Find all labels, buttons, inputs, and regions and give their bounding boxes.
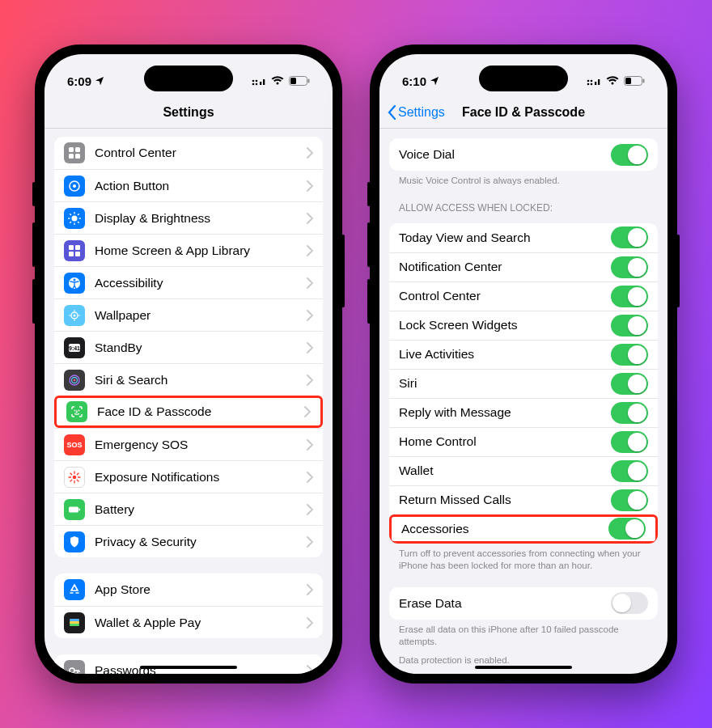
chevron-right-icon <box>307 342 313 353</box>
settings-list[interactable]: Control CenterAction ButtonDisplay & Bri… <box>44 129 333 674</box>
svg-point-61 <box>587 80 590 83</box>
settings-row-privacy-security[interactable]: Privacy & Security <box>54 525 323 557</box>
toggle-switch[interactable] <box>611 489 648 511</box>
svg-rect-24 <box>69 245 74 250</box>
toggle-label: Return Missed Calls <box>399 493 611 507</box>
toggle-label: Accessories <box>401 522 608 536</box>
chevron-right-icon <box>307 213 313 224</box>
settings-row-battery[interactable]: Battery <box>54 493 323 525</box>
row-label: Control Center <box>95 146 303 160</box>
voice-dial-toggle[interactable] <box>611 144 648 166</box>
svg-rect-56 <box>70 624 79 626</box>
accessories-note: Turn off to prevent accessories from con… <box>379 544 668 574</box>
toggle-switch[interactable] <box>611 344 648 366</box>
toggle-row-home-control: Home Control <box>389 427 658 456</box>
settings-row-action-button[interactable]: Action Button <box>54 169 323 201</box>
settings-row-face-id-passcode[interactable]: Face ID & Passcode <box>54 396 323 428</box>
toggle-switch[interactable] <box>611 402 648 424</box>
sos-icon: SOS <box>64 434 85 455</box>
voice-dial-note: Music Voice Control is always enabled. <box>379 171 668 189</box>
settings-row-standby[interactable]: 9:41StandBy <box>54 331 323 363</box>
svg-line-48 <box>70 473 72 475</box>
phone-right: 6:10 Settings Face ID & Passcode Voice D… <box>370 44 677 684</box>
page-title: Settings <box>163 105 214 120</box>
row-label: Battery <box>95 502 303 517</box>
svg-point-40 <box>74 379 76 381</box>
svg-rect-25 <box>75 245 80 250</box>
allow-access-group: Today View and SearchNotification Center… <box>389 223 658 544</box>
voice-dial-row: Voice Dial <box>389 138 658 171</box>
svg-rect-9 <box>69 147 74 152</box>
row-label: Wallpaper <box>95 308 303 323</box>
row-label: App Store <box>95 582 303 597</box>
settings-row-app-store[interactable]: App Store <box>54 574 323 606</box>
status-time: 6:09 <box>67 74 91 88</box>
svg-line-20 <box>70 214 71 215</box>
chevron-right-icon <box>307 245 313 256</box>
toggle-switch[interactable] <box>611 226 648 248</box>
cellular-icon <box>252 76 266 86</box>
chevron-right-icon <box>307 665 313 674</box>
svg-rect-67 <box>643 79 645 83</box>
back-button[interactable]: Settings <box>388 105 445 120</box>
control-center-icon <box>64 142 85 163</box>
toggle-switch[interactable] <box>611 286 648 307</box>
settings-row-home-screen-app-library[interactable]: Home Screen & App Library <box>54 234 323 266</box>
settings-row-accessibility[interactable]: Accessibility <box>54 266 323 298</box>
toggle-switch[interactable] <box>611 431 648 453</box>
settings-row-display-brightness[interactable]: Display & Brightness <box>54 201 323 234</box>
settings-row-passwords[interactable]: Passwords <box>54 654 323 674</box>
svg-point-31 <box>74 314 76 316</box>
chevron-right-icon <box>307 617 313 629</box>
settings-row-exposure-notifications[interactable]: Exposure Notifications <box>54 460 323 493</box>
toggle-switch[interactable] <box>611 256 648 278</box>
toggle-row-lock-screen-widgets: Lock Screen Widgets <box>389 311 658 340</box>
toggle-label: Wallet <box>399 463 611 478</box>
row-label: Accessibility <box>95 276 303 290</box>
toggle-row-notification-center: Notification Center <box>389 252 658 281</box>
action-button-icon <box>64 176 85 197</box>
toggle-switch[interactable] <box>611 315 648 336</box>
toggle-label: Siri <box>399 376 611 391</box>
svg-point-1 <box>256 83 258 86</box>
svg-text:9:41: 9:41 <box>69 345 80 351</box>
back-label: Settings <box>398 105 445 120</box>
faceid-settings-content[interactable]: Voice Dial Music Voice Control is always… <box>379 129 668 674</box>
toggle-label: Today View and Search <box>399 231 611 245</box>
svg-line-51 <box>77 473 78 475</box>
faceid-icon <box>66 401 87 422</box>
svg-point-29 <box>74 278 76 281</box>
row-label: Privacy & Security <box>95 535 303 549</box>
toggle-switch[interactable] <box>608 518 646 540</box>
settings-row-wallet-apple-pay[interactable]: Wallet & Apple Pay <box>54 606 323 638</box>
status-time: 6:10 <box>402 74 426 88</box>
svg-rect-4 <box>260 82 261 85</box>
svg-rect-12 <box>75 154 80 159</box>
row-label: StandBy <box>95 341 303 355</box>
chevron-right-icon <box>307 439 313 451</box>
erase-data-toggle[interactable] <box>611 592 648 614</box>
exposure-icon <box>64 467 85 488</box>
svg-point-3 <box>256 80 258 83</box>
svg-rect-26 <box>69 252 74 256</box>
settings-row-siri-search[interactable]: Siri & Search <box>54 363 323 396</box>
chevron-right-icon <box>304 406 311 417</box>
accessibility-icon <box>64 273 85 294</box>
dynamic-island <box>479 66 568 91</box>
toggle-switch[interactable] <box>611 460 648 482</box>
settings-row-control-center[interactable]: Control Center <box>54 137 323 169</box>
siri-icon <box>64 370 85 391</box>
svg-point-43 <box>73 475 77 479</box>
svg-rect-64 <box>598 79 600 85</box>
chevron-right-icon <box>307 147 313 159</box>
toggle-row-control-center: Control Center <box>389 281 658 311</box>
toggle-switch[interactable] <box>611 373 648 395</box>
settings-row-emergency-sos[interactable]: SOSEmergency SOS <box>54 428 323 460</box>
svg-line-50 <box>70 480 72 481</box>
svg-point-14 <box>73 184 76 188</box>
settings-row-wallpaper[interactable]: Wallpaper <box>54 298 323 331</box>
svg-rect-27 <box>75 252 80 256</box>
home-screen-icon <box>64 240 85 261</box>
svg-point-15 <box>72 215 78 221</box>
svg-rect-53 <box>79 508 81 510</box>
